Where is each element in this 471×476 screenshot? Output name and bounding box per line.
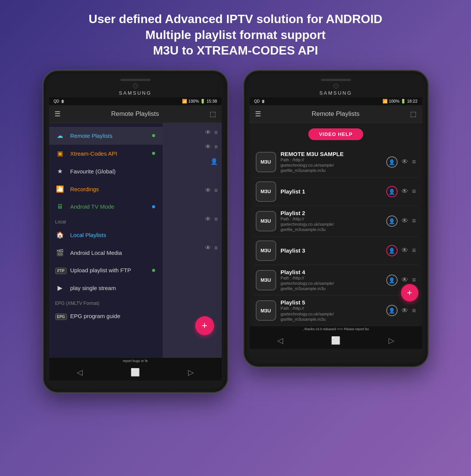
person-icon-3[interactable]: 👤 bbox=[210, 158, 218, 165]
hamburger-btn-4[interactable]: ≡ bbox=[412, 276, 416, 284]
right-icons-3: 👤 bbox=[165, 155, 219, 168]
eye-icon-5[interactable]: 👁 bbox=[205, 187, 211, 194]
drawer-item-ftp[interactable]: FTP Upload playlist with FTP bbox=[49, 262, 163, 279]
menu-icon-9[interactable]: ≡ bbox=[214, 245, 218, 251]
hamburger-icon-right[interactable]: ☰ bbox=[255, 110, 261, 118]
fab-button-left[interactable]: + bbox=[195, 316, 214, 335]
cloud-icon: ☁ bbox=[55, 132, 65, 140]
person-icon-0[interactable]: 👤 bbox=[386, 156, 398, 168]
status-right-left: QD 🗑 bbox=[254, 99, 265, 103]
cast-icon-right[interactable]: ⬚ bbox=[410, 110, 417, 118]
playlist-path-4: Path : /http://gsetechnology.co.uk/sampl… bbox=[281, 275, 382, 292]
recents-btn-right[interactable]: ▷ bbox=[389, 336, 394, 345]
menu-icon-5[interactable]: ≡ bbox=[214, 187, 218, 194]
drawer-label-epg: EPG program guide bbox=[70, 313, 157, 319]
header-line2: Multiple playlist format support bbox=[145, 28, 325, 42]
playlist-actions-2: 👤 👁 ≡ bbox=[386, 215, 416, 227]
eye-icon-1[interactable]: 👁 bbox=[205, 129, 211, 136]
eye-btn-4[interactable]: 👁 bbox=[401, 276, 408, 284]
hamburger-btn-0[interactable]: ≡ bbox=[412, 158, 416, 166]
play-icon: ▶ bbox=[55, 284, 65, 292]
playlist-item-2: M3U Playlist 2 Path : /http://gsetechnol… bbox=[253, 206, 418, 237]
eye-btn-0[interactable]: 👁 bbox=[401, 158, 408, 166]
hamburger-btn-3[interactable]: ≡ bbox=[412, 247, 416, 254]
right-icons-5: 👁 ≡ bbox=[165, 184, 219, 197]
back-btn-left[interactable]: ◁ bbox=[77, 368, 82, 377]
eye-btn-5[interactable]: 👁 bbox=[401, 307, 408, 315]
playlist-path-5: Path : /http://gsetechnology.co.uk/sampl… bbox=[281, 306, 382, 322]
xtream-icon: ▣ bbox=[55, 150, 65, 158]
m3u-badge-5: M3U bbox=[256, 300, 276, 321]
playlist-path-0: Path : /http://gsetechnology.co.uk/sampl… bbox=[281, 157, 382, 173]
status-left: QD 🗑 bbox=[54, 99, 65, 103]
green-dot-xtream bbox=[152, 152, 155, 155]
drawer-label-single-stream: play single stream bbox=[70, 285, 157, 291]
home-icon: 🏠 bbox=[55, 231, 65, 239]
drawer-label-favourite: Favourite (Global) bbox=[70, 168, 157, 175]
playlist-info-4: Playlist 4 Path : /http://gsetechnology.… bbox=[281, 269, 382, 292]
person-icon-1[interactable]: 👤 bbox=[386, 186, 398, 197]
hamburger-icon-left[interactable]: ☰ bbox=[54, 110, 61, 118]
person-icon-3[interactable]: 👤 bbox=[386, 245, 398, 256]
green-dot-remote bbox=[152, 134, 155, 137]
drawer-item-xtream[interactable]: ▣ Xtream-Codes API bbox=[49, 145, 163, 162]
fab-button-right[interactable]: + bbox=[401, 284, 418, 301]
drawer-item-favourite[interactable]: ★ Favourite (Global) bbox=[49, 162, 163, 180]
playlist-name-0: REMOTE M3U SAMPLE bbox=[281, 151, 382, 157]
right-icons-6 bbox=[165, 198, 219, 211]
playlist-info-2: Playlist 2 Path : /http://gsetechnology.… bbox=[281, 210, 382, 233]
drawer-item-local-playlists[interactable]: 🏠 Local Playlists bbox=[49, 226, 163, 244]
home-btn-right[interactable]: ⬜ bbox=[331, 336, 340, 345]
video-help-button[interactable]: VIDEO HELP bbox=[308, 128, 363, 140]
eye-icon-9[interactable]: 👁 bbox=[205, 245, 211, 251]
person-icon-5[interactable]: 👤 bbox=[386, 305, 398, 316]
playlist-item-3: M3U Playlist 3 👤 👁 ≡ bbox=[253, 237, 418, 265]
menu-icon-7[interactable]: ≡ bbox=[214, 216, 218, 223]
right-icons-7: 👁 ≡ bbox=[165, 213, 219, 226]
m3u-badge-0: M3U bbox=[256, 152, 276, 172]
drawer-item-remote-playlists[interactable]: ☁ Remote Playlists bbox=[49, 127, 163, 145]
phone-left-status-bar: QD 🗑 📶 100% 🔋 15:38 bbox=[49, 97, 222, 105]
hamburger-btn-2[interactable]: ≡ bbox=[412, 217, 416, 225]
playlist-actions-3: 👤 👁 ≡ bbox=[386, 245, 416, 256]
drawer-item-single-stream[interactable]: ▶ play single stream bbox=[49, 279, 163, 297]
person-icon-2[interactable]: 👤 bbox=[386, 215, 398, 227]
playlist-name-1: Playlist 1 bbox=[281, 188, 382, 195]
eye-btn-3[interactable]: 👁 bbox=[401, 247, 408, 254]
drawer-label-local-playlists: Local Playlists bbox=[70, 232, 157, 238]
eye-btn-2[interactable]: 👁 bbox=[401, 217, 408, 225]
playlist-item-0: M3U REMOTE M3U SAMPLE Path : /http://gse… bbox=[253, 147, 418, 178]
playlist-name-3: Playlist 3 bbox=[281, 247, 382, 254]
section-epg-label: EPG (XMLTV Format) bbox=[49, 297, 163, 307]
eye-icon-2[interactable]: 👁 bbox=[205, 144, 211, 150]
eye-icon-7[interactable]: 👁 bbox=[205, 216, 211, 223]
playlist-actions-0: 👤 👁 ≡ bbox=[386, 156, 416, 168]
cast-icon-left[interactable]: ⬚ bbox=[210, 110, 216, 118]
drawer-item-tv-mode[interactable]: 🖥 Android TV Mode bbox=[49, 198, 163, 215]
right-icons-1: 👁 ≡ bbox=[165, 126, 219, 139]
phone-right-screen: QD 🗑 📶 100% 🔋 18:22 ☰ Remote Playlists ⬚ bbox=[250, 97, 422, 355]
status-right: 📶 100% 🔋 15:38 bbox=[182, 99, 217, 104]
blue-dot-tv bbox=[152, 205, 155, 208]
playlist-list: M3U REMOTE M3U SAMPLE Path : /http://gse… bbox=[250, 147, 422, 326]
phone-left-brand: SAMSUNG bbox=[49, 90, 222, 96]
drawer-item-recordings[interactable]: 🎦 Recordings bbox=[49, 180, 163, 198]
drawer-item-local-media[interactable]: 🎬 Android Local Media bbox=[49, 244, 163, 262]
playlist-item-1: M3U Playlist 1 👤 👁 ≡ bbox=[253, 178, 418, 206]
menu-icon-1[interactable]: ≡ bbox=[214, 129, 218, 136]
playlist-name-2: Playlist 2 bbox=[281, 210, 382, 216]
m3u-badge-2: M3U bbox=[256, 211, 276, 231]
tv-icon: 🖥 bbox=[55, 203, 65, 211]
eye-btn-1[interactable]: 👁 bbox=[401, 187, 408, 195]
status-right-right: 📶 100% 🔋 18:22 bbox=[382, 99, 418, 104]
drawer-item-epg[interactable]: EPG EPG program guide bbox=[49, 307, 163, 325]
menu-icon-2[interactable]: ≡ bbox=[214, 144, 218, 150]
back-btn-right[interactable]: ◁ bbox=[277, 336, 283, 345]
home-btn-left[interactable]: ⬜ bbox=[131, 368, 140, 377]
m3u-badge-1: M3U bbox=[256, 181, 276, 202]
right-icons-8 bbox=[165, 227, 219, 240]
person-icon-4[interactable]: 👤 bbox=[386, 275, 398, 286]
recents-btn-left[interactable]: ▷ bbox=[188, 368, 194, 377]
hamburger-btn-1[interactable]: ≡ bbox=[412, 187, 416, 195]
hamburger-btn-5[interactable]: ≡ bbox=[412, 307, 416, 315]
